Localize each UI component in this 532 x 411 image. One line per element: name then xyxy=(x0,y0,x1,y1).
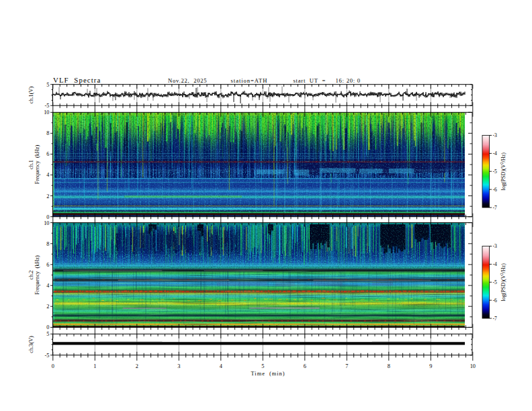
svg-text:9: 9 xyxy=(429,363,432,369)
svg-text:-4: -4 xyxy=(493,261,498,267)
svg-text:7: 7 xyxy=(345,363,348,369)
svg-text:-7: -7 xyxy=(493,205,498,211)
svg-text:1: 1 xyxy=(93,363,96,369)
svg-text:0: 0 xyxy=(46,214,49,220)
svg-text:10: 10 xyxy=(44,109,49,116)
svg-text:-6: -6 xyxy=(493,298,498,304)
svg-text:-6: -6 xyxy=(493,187,498,193)
svg-text:-5: -5 xyxy=(45,353,50,359)
svg-text:-5: -5 xyxy=(493,279,498,285)
svg-text:8: 8 xyxy=(46,130,49,136)
svg-text:10: 10 xyxy=(44,220,49,226)
svg-text:8: 8 xyxy=(388,363,390,369)
svg-text:2: 2 xyxy=(46,304,49,310)
svg-text:0: 0 xyxy=(46,324,49,330)
svg-text:6: 6 xyxy=(46,151,49,157)
svg-text:ch.1: ch.1 xyxy=(28,160,34,169)
svg-text:6: 6 xyxy=(46,262,49,268)
svg-text:Nov.22, 2025: Nov.22, 2025 xyxy=(168,77,207,84)
svg-text:2: 2 xyxy=(136,363,138,369)
svg-text:10: 10 xyxy=(470,363,476,369)
svg-text:log(PSD)(V2/Hz): log(PSD)(V2/Hz) xyxy=(500,263,506,302)
svg-text:-7: -7 xyxy=(493,316,498,322)
svg-text:Frequency (kHz): Frequency (kHz) xyxy=(34,255,40,295)
svg-text:-4: -4 xyxy=(493,150,498,156)
svg-text:5: 5 xyxy=(46,331,49,337)
svg-text:station=ATH: station=ATH xyxy=(231,77,268,84)
svg-text:ch.3(V): ch.3(V) xyxy=(28,336,34,353)
svg-text:2: 2 xyxy=(46,193,49,199)
svg-text:0: 0 xyxy=(52,363,54,369)
svg-text:start UT = 16: 20: 0: start UT = 16: 20: 0 xyxy=(294,77,361,84)
svg-text:Frequency (kHz): Frequency (kHz) xyxy=(34,145,40,185)
svg-text:5: 5 xyxy=(46,82,49,88)
svg-text:-3: -3 xyxy=(493,132,498,138)
svg-text:8: 8 xyxy=(46,241,49,247)
svg-text:-3: -3 xyxy=(493,243,498,249)
svg-text:6: 6 xyxy=(304,363,306,369)
svg-text:ch.2: ch.2 xyxy=(28,270,34,279)
svg-text:VLF Spectra: VLF Spectra xyxy=(53,76,101,84)
svg-text:-5: -5 xyxy=(493,169,498,175)
svg-text:3: 3 xyxy=(177,363,180,369)
svg-text:5: 5 xyxy=(261,363,264,369)
svg-text:log(PSD)(V2/Hz): log(PSD)(V2/Hz) xyxy=(500,152,506,191)
svg-text:Time (min): Time (min) xyxy=(251,371,285,377)
svg-text:-5: -5 xyxy=(45,103,50,109)
svg-text:ch.1(V): ch.1(V) xyxy=(28,86,34,103)
